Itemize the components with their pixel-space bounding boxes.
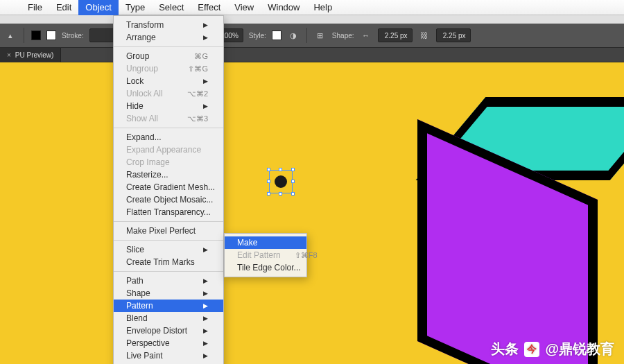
resize-handle[interactable] bbox=[291, 168, 295, 171]
pattern-submenu-item: Edit Pattern⇧⌘F8 bbox=[225, 249, 306, 261]
object-menu-item[interactable]: Perspective▶ bbox=[114, 337, 223, 349]
menu-item-label: Create Trim Marks bbox=[126, 256, 195, 268]
object-menu-item[interactable]: Live Paint▶ bbox=[114, 349, 223, 362]
document-tab-1[interactable]: × PU Preview) bbox=[0, 48, 61, 63]
link-wh-icon[interactable]: ⛓ bbox=[418, 29, 431, 42]
object-menu-item: Unlock All⌥⌘2 bbox=[114, 87, 223, 100]
menu-help[interactable]: Help bbox=[306, 0, 339, 15]
object-dropdown-menu: Transform▶Arrange▶Group⌘GUngroup⇧⌘GLock▶… bbox=[113, 15, 224, 364]
object-menu-item[interactable]: Expand... bbox=[114, 131, 223, 144]
menu-item-label: Transform bbox=[126, 19, 164, 31]
style-label: Style: bbox=[249, 32, 266, 40]
resize-handle[interactable] bbox=[267, 180, 270, 183]
menu-item-label: Flatten Transparency... bbox=[126, 206, 211, 218]
tab-label: PU Preview) bbox=[15, 48, 54, 63]
menu-item-shortcut: ⌥⌘2 bbox=[187, 87, 208, 100]
stroke-swatch[interactable] bbox=[46, 31, 56, 40]
menu-item-label: Crop Image bbox=[126, 156, 170, 168]
menu-item-label: Pattern bbox=[126, 300, 153, 312]
menu-item-label: Show All bbox=[126, 112, 158, 125]
selected-object[interactable] bbox=[269, 170, 293, 193]
menu-item-label: Tile Edge Color... bbox=[237, 261, 301, 274]
mac-menubar: File Edit Object Type Select Effect View… bbox=[0, 0, 624, 15]
submenu-arrow-icon: ▶ bbox=[203, 337, 208, 349]
submenu-arrow-icon: ▶ bbox=[203, 75, 208, 87]
cube-illustration bbox=[367, 97, 624, 364]
menu-edit[interactable]: Edit bbox=[49, 0, 78, 15]
object-menu-item[interactable]: Slice▶ bbox=[114, 243, 223, 256]
object-menu-item[interactable]: Pattern▶ bbox=[114, 300, 223, 312]
object-menu-item[interactable]: Arrange▶ bbox=[114, 31, 223, 44]
app-home-icon[interactable]: ▴ bbox=[4, 29, 17, 42]
submenu-arrow-icon: ▶ bbox=[203, 312, 208, 324]
align-icon[interactable]: ⊞ bbox=[314, 29, 327, 42]
menu-item-label: Unlock All bbox=[126, 87, 163, 100]
menu-item-label: Shape bbox=[126, 287, 150, 300]
window-titlebar bbox=[0, 15, 624, 24]
object-menu-item[interactable]: Lock▶ bbox=[114, 75, 223, 87]
pattern-submenu-item[interactable]: Make bbox=[225, 236, 306, 249]
recolor-icon[interactable]: ◑ bbox=[287, 29, 300, 42]
menu-effect[interactable]: Effect bbox=[191, 0, 227, 15]
menu-item-label: Edit Pattern bbox=[237, 249, 281, 261]
fill-swatch[interactable] bbox=[31, 31, 41, 40]
object-menu-item[interactable]: Make Pixel Perfect bbox=[114, 225, 223, 237]
object-menu-item[interactable]: Create Gradient Mesh... bbox=[114, 181, 223, 193]
object-menu-item[interactable]: Create Trim Marks bbox=[114, 256, 223, 268]
object-menu-item[interactable]: Blend▶ bbox=[114, 312, 223, 324]
submenu-arrow-icon: ▶ bbox=[203, 300, 208, 312]
menu-view[interactable]: View bbox=[227, 0, 261, 15]
menu-window[interactable]: Window bbox=[261, 0, 306, 15]
resize-handle[interactable] bbox=[291, 192, 295, 196]
object-menu-item[interactable]: Shape▶ bbox=[114, 287, 223, 300]
shape-label: Shape: bbox=[332, 32, 354, 40]
pattern-submenu-item[interactable]: Tile Edge Color... bbox=[225, 261, 306, 274]
submenu-arrow-icon: ▶ bbox=[203, 275, 208, 287]
menu-file[interactable]: File bbox=[21, 0, 49, 15]
resize-handle[interactable] bbox=[291, 180, 295, 183]
watermark-author: @鼎锐教育 bbox=[545, 340, 614, 358]
submenu-arrow-icon: ▶ bbox=[203, 100, 208, 112]
menu-item-label: Live Paint bbox=[126, 349, 163, 362]
object-menu-item: Show All⌥⌘3 bbox=[114, 112, 223, 125]
submenu-arrow-icon: ▶ bbox=[203, 349, 208, 362]
ellipse-shape[interactable] bbox=[275, 175, 287, 188]
artboard[interactable]: 头条 今 @鼎锐教育 bbox=[0, 62, 624, 364]
object-menu-item[interactable]: Envelope Distort▶ bbox=[114, 324, 223, 337]
menu-item-label: Envelope Distort bbox=[126, 324, 187, 337]
object-menu-item[interactable]: Path▶ bbox=[114, 275, 223, 287]
resize-handle[interactable] bbox=[267, 168, 270, 171]
submenu-arrow-icon: ▶ bbox=[203, 19, 208, 31]
object-menu-item[interactable]: Transform▶ bbox=[114, 19, 223, 31]
object-menu-item: Crop Image bbox=[114, 156, 223, 168]
menu-select[interactable]: Select bbox=[152, 0, 191, 15]
menu-type[interactable]: Type bbox=[119, 0, 152, 15]
object-menu-item[interactable]: Create Object Mosaic... bbox=[114, 193, 223, 206]
menu-item-label: Expand Appearance bbox=[126, 144, 201, 156]
menu-item-label: Create Object Mosaic... bbox=[126, 193, 213, 206]
document-tabbar: × PU Preview) × view) bbox=[0, 47, 624, 62]
shape-width-input[interactable]: 2.25 px bbox=[378, 28, 413, 42]
resize-handle[interactable] bbox=[267, 192, 270, 196]
graphic-style-swatch[interactable] bbox=[272, 31, 281, 40]
object-menu-item: Expand Appearance bbox=[114, 144, 223, 156]
object-menu-item[interactable]: Rasterize... bbox=[114, 168, 223, 181]
menu-item-shortcut: ⇧⌘F8 bbox=[295, 249, 318, 261]
menu-item-label: Make Pixel Perfect bbox=[126, 225, 196, 237]
object-menu-item[interactable]: Flatten Transparency... bbox=[114, 206, 223, 218]
object-menu-item[interactable]: Hide▶ bbox=[114, 100, 223, 112]
menu-item-label: Slice bbox=[126, 243, 144, 256]
submenu-arrow-icon: ▶ bbox=[203, 324, 208, 337]
resize-handle[interactable] bbox=[279, 192, 282, 196]
shape-height-input[interactable]: 2.25 px bbox=[436, 28, 471, 42]
resize-handle[interactable] bbox=[279, 168, 282, 171]
menu-object[interactable]: Object bbox=[78, 0, 119, 15]
submenu-arrow-icon: ▶ bbox=[203, 243, 208, 256]
menu-item-label: Path bbox=[126, 275, 144, 287]
stroke-label: Stroke: bbox=[62, 32, 84, 40]
tab-close-icon[interactable]: × bbox=[7, 48, 11, 63]
watermark: 头条 今 @鼎锐教育 bbox=[491, 340, 614, 358]
object-menu-item[interactable]: Group⌘G bbox=[114, 50, 223, 62]
menu-item-label: Group bbox=[126, 50, 149, 62]
pattern-submenu: MakeEdit Pattern⇧⌘F8Tile Edge Color... bbox=[224, 233, 307, 277]
